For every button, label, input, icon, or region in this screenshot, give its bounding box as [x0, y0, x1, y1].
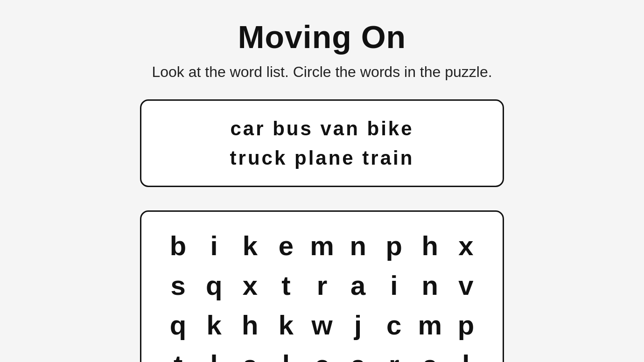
- puzzle-cell-0-1: i: [196, 226, 232, 265]
- puzzle-cell-1-0: s: [160, 265, 196, 305]
- page-title: Moving On: [238, 19, 406, 55]
- puzzle-cell-0-2: k: [232, 226, 268, 265]
- puzzle-cell-2-4: w: [304, 305, 340, 345]
- puzzle-cell-3-6: r: [376, 345, 412, 362]
- puzzle-cell-3-2: a: [232, 345, 268, 362]
- puzzle-cell-3-7: a: [412, 345, 448, 362]
- puzzle-cell-3-5: a: [340, 345, 376, 362]
- puzzle-row: tlalcaral: [160, 345, 484, 362]
- puzzle-cell-1-5: a: [340, 265, 376, 305]
- word-list-box: car bus van bike truck plane train: [140, 99, 504, 187]
- puzzle-cell-2-6: c: [376, 305, 412, 345]
- puzzle-cell-3-1: l: [196, 345, 232, 362]
- puzzle-cell-2-0: q: [160, 305, 196, 345]
- word-list-line2: truck plane train: [160, 143, 484, 173]
- puzzle-cell-3-8: l: [448, 345, 484, 362]
- puzzle-box: bikemnphxsqxtrainvqkhkwjcmptlalcaral: [140, 210, 504, 362]
- puzzle-cell-0-5: n: [340, 226, 376, 265]
- puzzle-cell-2-5: j: [340, 305, 376, 345]
- puzzle-row: bikemnphx: [160, 226, 484, 265]
- puzzle-cell-1-3: t: [268, 265, 304, 305]
- puzzle-cell-2-7: m: [412, 305, 448, 345]
- puzzle-cell-0-0: b: [160, 226, 196, 265]
- puzzle-cell-3-4: c: [304, 345, 340, 362]
- puzzle-cell-0-4: m: [304, 226, 340, 265]
- puzzle-cell-1-7: n: [412, 265, 448, 305]
- puzzle-cell-3-0: t: [160, 345, 196, 362]
- puzzle-cell-2-2: h: [232, 305, 268, 345]
- puzzle-cell-0-7: h: [412, 226, 448, 265]
- puzzle-cell-3-3: l: [268, 345, 304, 362]
- puzzle-grid: bikemnphxsqxtrainvqkhkwjcmptlalcaral: [160, 226, 484, 362]
- puzzle-cell-2-1: k: [196, 305, 232, 345]
- word-list-content: car bus van bike truck plane train: [160, 114, 484, 173]
- puzzle-cell-0-3: e: [268, 226, 304, 265]
- puzzle-cell-2-3: k: [268, 305, 304, 345]
- puzzle-cell-1-4: r: [304, 265, 340, 305]
- puzzle-cell-1-6: i: [376, 265, 412, 305]
- puzzle-cell-2-8: p: [448, 305, 484, 345]
- puzzle-cell-0-8: x: [448, 226, 484, 265]
- puzzle-cell-0-6: p: [376, 226, 412, 265]
- puzzle-row: sqxtrainv: [160, 265, 484, 305]
- puzzle-cell-1-1: q: [196, 265, 232, 305]
- puzzle-cell-1-8: v: [448, 265, 484, 305]
- word-list-line1: car bus van bike: [160, 114, 484, 143]
- subtitle: Look at the word list. Circle the words …: [152, 63, 492, 81]
- puzzle-row: qkhkwjcmp: [160, 305, 484, 345]
- puzzle-cell-1-2: x: [232, 265, 268, 305]
